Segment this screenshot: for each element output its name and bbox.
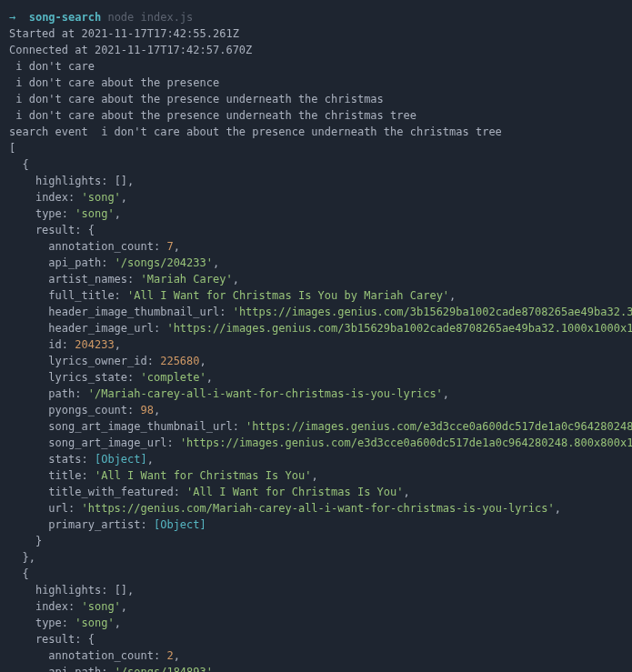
kv-highlights: highlights: [], bbox=[9, 173, 623, 189]
kv-result-close: } bbox=[9, 533, 623, 549]
brace-open: { bbox=[9, 156, 623, 173]
kv-pyongs: pyongs_count: 98, bbox=[9, 402, 623, 418]
log-input-4: i don't care about the presence undernea… bbox=[9, 107, 623, 124]
kv-id: id: 204233, bbox=[9, 336, 623, 353]
kv-path: path: '/Mariah-carey-all-i-want-for-chri… bbox=[9, 386, 623, 402]
kv-artist-names: artist_names: 'Mariah Carey', bbox=[9, 271, 623, 287]
kv-primary-artist: primary_artist: [Object] bbox=[9, 517, 623, 533]
log-search-event: search event i don't care about the pres… bbox=[9, 124, 623, 140]
log-input-1: i don't care bbox=[9, 58, 623, 75]
kv-api-path-2: api_path: '/songs/184893', bbox=[9, 664, 623, 672]
log-input-2: i don't care about the presence bbox=[9, 75, 623, 91]
terminal-output: → song-search node index.js Started at 2… bbox=[9, 9, 623, 672]
kv-art-url: song_art_image_url: 'https://images.geni… bbox=[9, 435, 623, 451]
kv-title-featured: title_with_featured: 'All I Want for Chr… bbox=[9, 484, 623, 500]
kv-header-thumb: header_image_thumbnail_url: 'https://ima… bbox=[9, 304, 623, 320]
kv-result-open: result: { bbox=[9, 222, 623, 238]
bracket-open: [ bbox=[9, 140, 623, 156]
log-started: Started at 2021-11-17T17:42:55.261Z bbox=[9, 25, 623, 42]
kv-lyrics-owner: lyrics_owner_id: 225680, bbox=[9, 353, 623, 369]
kv-type-2: type: 'song', bbox=[9, 615, 623, 631]
kv-art-thumb: song_art_image_thumbnail_url: 'https://i… bbox=[9, 418, 623, 435]
kv-index-2: index: 'song', bbox=[9, 598, 623, 615]
brace-open-2: { bbox=[9, 566, 623, 582]
kv-annotation-count-2: annotation_count: 2, bbox=[9, 647, 623, 664]
prompt-command: node index.js bbox=[107, 11, 193, 24]
kv-title: title: 'All I Want for Christmas Is You'… bbox=[9, 467, 623, 484]
kv-type: type: 'song', bbox=[9, 206, 623, 222]
kv-result-open-2: result: { bbox=[9, 631, 623, 647]
kv-stats: stats: [Object], bbox=[9, 451, 623, 467]
log-connected: Connected at 2021-11-17T17:42:57.670Z bbox=[9, 42, 623, 58]
log-input-3: i don't care about the presence undernea… bbox=[9, 91, 623, 107]
kv-url: url: 'https://genius.com/Mariah-carey-al… bbox=[9, 500, 623, 517]
kv-api-path: api_path: '/songs/204233', bbox=[9, 255, 623, 271]
kv-lyrics-state: lyrics_state: 'complete', bbox=[9, 369, 623, 386]
kv-highlights-2: highlights: [], bbox=[9, 582, 623, 598]
kv-annotation-count: annotation_count: 7, bbox=[9, 238, 623, 255]
prompt-line: → song-search node index.js bbox=[9, 9, 623, 25]
prompt-arrow: → bbox=[9, 11, 15, 24]
kv-index: index: 'song', bbox=[9, 189, 623, 206]
kv-full-title: full_title: 'All I Want for Christmas Is… bbox=[9, 287, 623, 304]
prompt-cwd: song-search bbox=[29, 11, 101, 24]
brace-close: }, bbox=[9, 549, 623, 566]
kv-header-url: header_image_url: 'https://images.genius… bbox=[9, 320, 623, 336]
